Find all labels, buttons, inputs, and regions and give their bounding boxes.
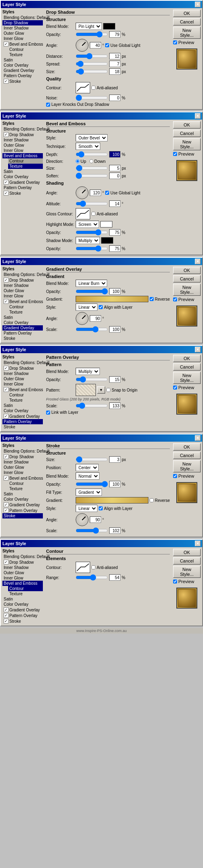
position-select-5[interactable]: Center xyxy=(76,464,99,471)
preview-cb-5[interactable] xyxy=(173,474,177,478)
outer-glow-item-6[interactable]: Outer Glow xyxy=(2,570,43,575)
bevel-emboss-item-6[interactable]: Bevel and Emboss xyxy=(2,581,43,586)
texture-item-4[interactable]: Texture xyxy=(8,398,43,403)
style-select-5[interactable]: Linear xyxy=(76,505,97,512)
angle-input-2[interactable] xyxy=(90,190,101,196)
gradient-overlay-item-5[interactable]: Gradient Overlay xyxy=(2,502,43,508)
ok-button-2[interactable]: OK xyxy=(173,121,201,129)
contour-preview-6[interactable] xyxy=(76,562,90,573)
angle-input-1[interactable] xyxy=(90,42,101,48)
fill-type-select-5[interactable]: Gradient xyxy=(76,489,102,496)
blending-options-6[interactable]: Blending Options: Default xyxy=(2,554,43,559)
blending-options-2[interactable]: Blending Options: Default xyxy=(2,126,43,132)
color-overlay-item-2[interactable]: Color Overlay xyxy=(2,174,43,179)
inner-shadow-item-4[interactable]: Inner Shadow xyxy=(2,371,43,376)
texture-item-6[interactable]: Texture xyxy=(8,591,43,596)
anti-aliased-cb-6[interactable] xyxy=(91,565,95,569)
color-overlay-item-6[interactable]: Color Overlay xyxy=(2,602,43,607)
inner-shadow-item-3[interactable]: Inner Shadow xyxy=(2,283,43,288)
soften-input-2[interactable] xyxy=(109,173,121,179)
drop-shadow-item-6[interactable]: Drop Shadow xyxy=(2,559,43,565)
drop-shadow-item-4[interactable]: Drop Shadow xyxy=(2,365,43,371)
inner-glow-item-6[interactable]: Inner Glow xyxy=(2,575,43,581)
cancel-button-5[interactable]: Cancel xyxy=(173,452,201,459)
size-input-1[interactable] xyxy=(109,68,121,75)
gradient-overlay-item-1[interactable]: Gradient Overlay xyxy=(2,68,43,73)
new-style-button-2[interactable]: New Style... xyxy=(173,138,201,150)
highlight-opacity-slider-2[interactable] xyxy=(76,230,108,235)
texture-item-5[interactable]: Texture xyxy=(8,486,43,491)
satin-item-1[interactable]: Satin xyxy=(2,57,43,63)
close-button-6[interactable]: ✕ xyxy=(195,541,201,546)
inner-shadow-item-5[interactable]: Inner Shadow xyxy=(2,459,43,465)
angle-input-3[interactable] xyxy=(90,315,101,322)
depth-input-2[interactable] xyxy=(109,151,121,158)
pattern-overlay-item-3[interactable]: Pattern Overlay xyxy=(2,331,43,336)
close-button-2[interactable]: ✕ xyxy=(195,113,201,119)
drop-shadow-item-2[interactable]: Drop Shadow xyxy=(2,132,43,137)
contour-item-5[interactable]: Contour xyxy=(8,481,43,486)
link-layer-cb-4[interactable] xyxy=(46,411,50,415)
outer-glow-item-1[interactable]: Outer Glow xyxy=(2,31,43,36)
stroke-item-5[interactable]: Stroke xyxy=(2,513,43,518)
new-style-button-4[interactable]: New Style... xyxy=(173,372,201,384)
distance-slider-1[interactable] xyxy=(76,53,108,59)
inner-shadow-item-1[interactable]: Inner Shadow xyxy=(2,25,43,31)
gradient-overlay-item-2[interactable]: Gradient Overlay xyxy=(2,179,43,185)
highlight-color-swatch-2[interactable] xyxy=(100,221,112,228)
angle-dial-3[interactable] xyxy=(76,312,89,325)
inner-shadow-item-6[interactable]: Inner Shadow xyxy=(2,565,43,570)
color-overlay-item-5[interactable]: Color Overlay xyxy=(2,497,43,502)
highlight-opacity-input-2[interactable] xyxy=(109,229,121,236)
close-button-3[interactable]: ✕ xyxy=(195,259,201,264)
shadow-color-swatch-2[interactable] xyxy=(101,237,113,244)
altitude-input-2[interactable] xyxy=(109,200,121,207)
preview-cb-4[interactable] xyxy=(173,386,177,390)
pattern-overlay-item-4[interactable]: Pattern Overlay xyxy=(2,419,43,424)
direction-up-radio-2[interactable] xyxy=(76,159,80,163)
gradient-overlay-item-4[interactable]: Gradient Overlay xyxy=(2,413,43,419)
inner-glow-item-1[interactable]: Inner Glow xyxy=(2,36,43,41)
contour-item-6[interactable]: Contour xyxy=(8,586,43,591)
opacity-input-5[interactable] xyxy=(109,481,121,487)
close-button-1[interactable]: ✕ xyxy=(195,2,201,7)
anti-aliased-cb-1[interactable] xyxy=(91,86,95,90)
bevel-emboss-item-1[interactable]: Bevel and Emboss xyxy=(2,41,43,47)
drop-shadow-item-3[interactable]: Drop Shadow xyxy=(2,277,43,283)
inner-glow-item-4[interactable]: Inner Glow xyxy=(2,381,43,387)
cancel-button-6[interactable]: Cancel xyxy=(173,557,201,565)
texture-item-2[interactable]: Texture xyxy=(8,164,43,169)
reverse-cb-5[interactable] xyxy=(150,498,154,502)
blending-options-5[interactable]: Blending Options: Default xyxy=(2,449,43,454)
shadow-opacity-input-2[interactable] xyxy=(109,245,121,252)
satin-item-5[interactable]: Satin xyxy=(2,491,43,497)
layer-knocks-cb-1[interactable] xyxy=(46,103,50,107)
shadow-color-swatch-1[interactable] xyxy=(103,23,115,29)
snap-to-origin-cb-4[interactable] xyxy=(106,388,110,392)
close-button-4[interactable]: ✕ xyxy=(195,347,201,352)
inner-glow-item-2[interactable]: Inner Glow xyxy=(2,148,43,153)
new-style-button-6[interactable]: New Style... xyxy=(173,566,201,578)
blend-mode-select-1[interactable]: Pin Light xyxy=(76,23,102,30)
reverse-cb-3[interactable] xyxy=(150,297,154,301)
gradient-preview-5[interactable] xyxy=(76,497,148,504)
noise-input-1[interactable] xyxy=(109,95,121,101)
size-slider-1[interactable] xyxy=(76,69,108,74)
stroke-item-2[interactable]: Stroke xyxy=(2,190,43,196)
pattern-picker-btn-4[interactable]: ▼ xyxy=(97,386,105,394)
stroke-item-6[interactable]: Stroke xyxy=(2,618,43,624)
preview-cb-1[interactable] xyxy=(173,40,177,44)
cancel-button-3[interactable]: Cancel xyxy=(173,275,201,282)
scale-input-5[interactable] xyxy=(109,527,121,534)
size-slider-5[interactable] xyxy=(76,457,108,462)
size-input-2[interactable] xyxy=(109,165,121,171)
angle-dial-1[interactable] xyxy=(76,39,89,52)
pattern-overlay-item-1[interactable]: Pattern Overlay xyxy=(2,73,43,78)
scale-input-3[interactable] xyxy=(109,326,121,333)
bevel-emboss-item-3[interactable]: Bevel and Emboss xyxy=(2,299,43,304)
pattern-overlay-item-5[interactable]: Pattern Overlay xyxy=(2,508,43,513)
satin-item-2[interactable]: Satin xyxy=(2,169,43,174)
opacity-input-1[interactable] xyxy=(109,31,121,38)
style-select-2[interactable]: Outer Bevel xyxy=(76,134,108,141)
scale-slider-5[interactable] xyxy=(76,528,108,533)
